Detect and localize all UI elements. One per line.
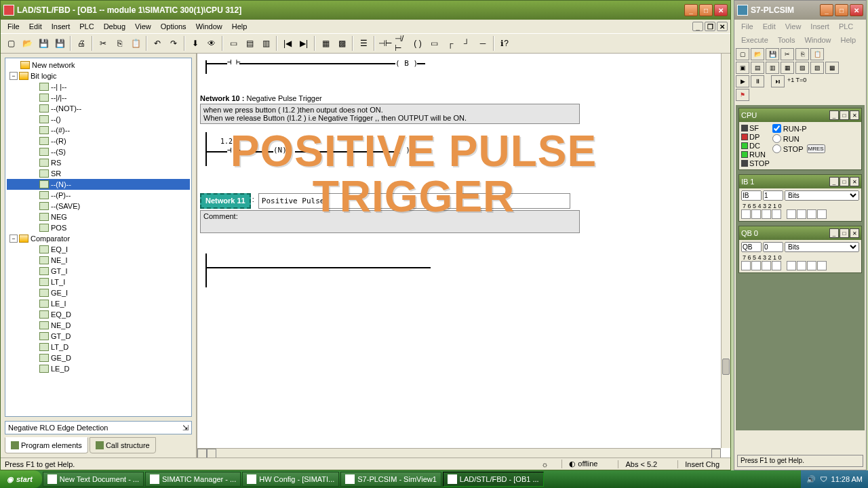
p-cut-icon[interactable]: ✂ <box>781 48 794 60</box>
tree-bit-item[interactable]: --(R) <box>7 136 190 146</box>
tab-call-structure[interactable]: Call structure <box>90 437 156 453</box>
qb-widget[interactable]: QB 0_□✕ Bits 7 6 5 4 3 2 1 0 <box>738 226 862 273</box>
vertical-scrollbar[interactable] <box>721 54 730 448</box>
branch-open-icon[interactable]: ┌ <box>443 36 458 51</box>
goto-start-icon[interactable]: |◀ <box>280 36 295 51</box>
net11-comment[interactable]: Comment: <box>200 210 580 233</box>
menu-options[interactable]: Options <box>157 21 191 32</box>
scan-combo[interactable]: +1 T=0 <box>786 75 808 87</box>
p-open-icon[interactable]: 📂 <box>751 48 764 60</box>
tree-cmp-item[interactable]: EQ_I <box>7 244 190 255</box>
w-close[interactable]: ✕ <box>850 177 859 186</box>
paste-icon[interactable]: 📋 <box>128 36 143 51</box>
mres-button[interactable]: MRES <box>807 144 825 153</box>
element-tree[interactable]: New network −Bit logic --| |----|/|----(… <box>5 58 191 405</box>
task-plcsim[interactable]: S7-PLCSIM - SimView1 <box>340 472 441 487</box>
w-max[interactable]: □ <box>840 177 849 186</box>
horizontal-scrollbar[interactable] <box>197 448 721 458</box>
menu-help[interactable]: Help <box>228 21 252 32</box>
p-qb-icon[interactable]: ▥ <box>766 62 779 74</box>
branch-close-icon[interactable]: ┘ <box>459 36 474 51</box>
p-new-icon[interactable]: ▢ <box>736 48 749 60</box>
tree-cmp-item[interactable]: GE_D <box>7 352 190 363</box>
p-mb-icon[interactable]: ▦ <box>781 62 794 74</box>
tab-program-elements[interactable]: Program elements <box>5 437 88 453</box>
qb-addr-input[interactable] <box>763 242 783 252</box>
redo-icon[interactable]: ↷ <box>166 36 181 51</box>
pmenu-window[interactable]: Window <box>800 35 835 45</box>
pmenu-insert[interactable]: Insert <box>806 21 833 32</box>
editor-area[interactable]: ⊣ ⊢ ( B ) Network 10 : Negative Pulse Tr… <box>197 54 730 458</box>
tree-new-network[interactable]: New network <box>7 60 190 70</box>
tree-bit-item[interactable]: --(#)-- <box>7 125 190 136</box>
p-flag-icon[interactable]: ⚑ <box>736 89 749 101</box>
start-button[interactable]: ◉ start <box>0 470 42 488</box>
p-copy-icon[interactable]: ⎘ <box>795 48 809 60</box>
menu-debug[interactable]: Debug <box>100 21 130 32</box>
w-min[interactable]: _ <box>829 228 839 238</box>
tool-icon[interactable]: ▭ <box>226 36 241 51</box>
collapse-icon[interactable]: − <box>9 235 18 243</box>
w-close[interactable]: ✕ <box>850 110 859 120</box>
pmenu-tools[interactable]: Tools <box>774 35 800 45</box>
tree-bit-item[interactable]: --| |-- <box>7 81 190 92</box>
tree-cmp-item[interactable]: LT_D <box>7 342 190 352</box>
qb-prefix[interactable] <box>741 242 762 252</box>
task-hwconfig[interactable]: HW Config - [SIMATI... <box>242 472 339 487</box>
detail-icon[interactable]: ▩ <box>334 36 349 51</box>
cut-icon[interactable]: ✂ <box>96 36 111 51</box>
maximize-button[interactable]: □ <box>699 4 713 16</box>
monitor-icon[interactable]: 👁 <box>204 36 219 51</box>
minimize-button[interactable]: _ <box>684 4 698 16</box>
coil-icon[interactable]: ( ) <box>410 36 425 51</box>
task-lad[interactable]: LAD/STL/FBD - [OB1 ... <box>443 472 544 487</box>
overview-icon[interactable]: ▦ <box>318 36 333 51</box>
box-icon[interactable]: ▭ <box>427 36 441 51</box>
collapse-icon[interactable]: − <box>9 72 18 80</box>
contact-nc-icon[interactable]: ⊣/⊢ <box>394 36 409 51</box>
tree-cmp-item[interactable]: GT_I <box>7 266 190 277</box>
download-icon[interactable]: ⬇ <box>188 36 203 51</box>
radio-run[interactable]: RUN <box>772 134 825 143</box>
tool3-icon[interactable]: ▥ <box>258 36 273 51</box>
tree-bit-item[interactable]: --|/|-- <box>7 92 190 103</box>
tree-cmp-item[interactable]: LT_I <box>7 277 190 287</box>
menu-edit[interactable]: Edit <box>25 21 46 32</box>
mdi-restore[interactable]: ❐ <box>705 22 715 31</box>
ib-addr-input[interactable] <box>763 190 783 201</box>
radio-stop[interactable]: STOP MRES <box>772 144 825 153</box>
tree-bit-item[interactable]: POS <box>7 222 190 233</box>
ladder-canvas[interactable]: ⊣ ⊢ ( B ) Network 10 : Negative Pulse Tr… <box>200 54 721 448</box>
system-tray[interactable]: 🔊 🛡 11:28 AM <box>801 470 868 488</box>
net11-label[interactable]: Network 11 <box>200 193 251 209</box>
pmenu-plc[interactable]: PLC <box>835 21 857 32</box>
new-icon[interactable]: ▢ <box>3 36 18 51</box>
pmenu-view[interactable]: View <box>781 21 806 32</box>
ib-format-select[interactable]: Bits <box>785 190 859 201</box>
task-simatic-manager[interactable]: SIMATIC Manager - ... <box>145 472 241 487</box>
p-step-icon[interactable]: ⏯ <box>771 75 785 87</box>
open-icon[interactable]: 📂 <box>20 36 35 51</box>
scroll-right-icon[interactable] <box>711 449 721 458</box>
save-all-icon[interactable]: 💾 <box>52 36 67 51</box>
p-run-icon[interactable]: ▶ <box>736 75 749 87</box>
tree-cmp-item[interactable]: LE_D <box>7 363 190 374</box>
contact-no-icon[interactable]: ⊣⊢ <box>378 36 393 51</box>
catalog-icon[interactable]: ☰ <box>356 36 371 51</box>
p-var-icon[interactable]: ▩ <box>825 62 839 74</box>
tray-clock[interactable]: 11:28 AM <box>831 475 863 483</box>
tree-cmp-item[interactable]: LE_I <box>7 298 190 309</box>
pmenu-help[interactable]: Help <box>837 35 861 45</box>
w-min[interactable]: _ <box>829 110 839 120</box>
tray-icon[interactable]: 🔊 <box>806 475 816 484</box>
tree-cmp-item[interactable]: EQ_D <box>7 309 190 320</box>
ib-prefix[interactable] <box>741 190 762 201</box>
print-icon[interactable]: 🖨 <box>74 36 89 51</box>
menu-view[interactable]: View <box>131 21 155 32</box>
tree-cmp-item[interactable]: NE_I <box>7 255 190 266</box>
plcsim-close[interactable]: ✕ <box>850 4 863 16</box>
tree-bit-item[interactable]: NEG <box>7 211 190 222</box>
p-pause-icon[interactable]: ⏸ <box>751 75 764 87</box>
cpu-widget[interactable]: CPU_□✕ SF DP DC RUN STOP RUN-P RUN STOP … <box>738 108 862 170</box>
tree-bit-logic[interactable]: −Bit logic <box>7 70 190 81</box>
